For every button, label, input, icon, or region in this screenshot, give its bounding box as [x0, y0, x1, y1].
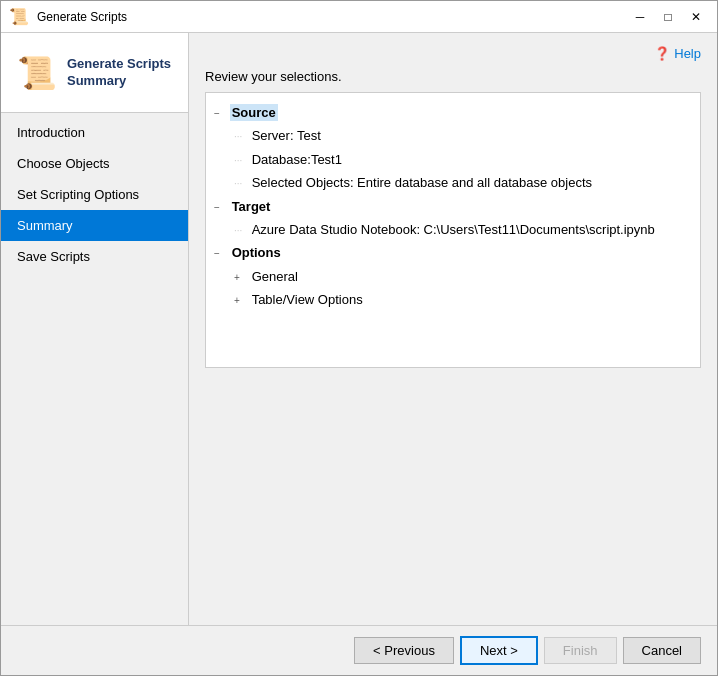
left-panel: 📜 Generate ScriptsSummary Introduction C… [1, 33, 189, 625]
selected-objects-toggle: ··· [234, 175, 246, 193]
nav-items: Introduction Choose Objects Set Scriptin… [1, 113, 188, 272]
title-bar-controls: ─ □ ✕ [627, 4, 709, 30]
finish-button: Finish [544, 637, 617, 664]
options-label: Options [230, 244, 283, 261]
target-toggle[interactable]: − [214, 199, 226, 217]
main-window: 📜 Generate Scripts ─ □ ✕ 📜 Generate Scri… [0, 0, 718, 676]
table-view-toggle[interactable]: + [234, 292, 246, 310]
options-toggle[interactable]: − [214, 245, 226, 263]
target-children: ··· Azure Data Studio Notebook: C:\Users… [234, 218, 692, 241]
right-panel-header: ❓ Help [189, 33, 717, 69]
title-bar: 📜 Generate Scripts ─ □ ✕ [1, 1, 717, 33]
sidebar-item-save-scripts[interactable]: Save Scripts [1, 241, 188, 272]
previous-button[interactable]: < Previous [354, 637, 454, 664]
sidebar-item-set-scripting-options[interactable]: Set Scripting Options [1, 179, 188, 210]
general-label: General [250, 268, 300, 285]
database-toggle: ··· [234, 152, 246, 170]
tree-node-selected-objects: ··· Selected Objects: Entire database an… [234, 171, 692, 194]
sidebar-item-introduction[interactable]: Introduction [1, 117, 188, 148]
left-panel-title: Generate ScriptsSummary [67, 56, 171, 90]
tree-node-target: − Target ··· Azure Data Studio Notebook:… [214, 195, 692, 242]
source-children: ··· Server: Test ··· Database:Test1 ··· … [234, 124, 692, 194]
left-panel-icon: 📜 [17, 54, 57, 92]
tree-node-database: ··· Database:Test1 [234, 148, 692, 171]
tree-container: − Source ··· Server: Test ··· Database:T… [205, 92, 701, 368]
window-icon: 📜 [9, 7, 29, 27]
tree-node-table-view-options: + Table/View Options [234, 288, 692, 311]
sidebar-item-choose-objects[interactable]: Choose Objects [1, 148, 188, 179]
tree-node-source: − Source ··· Server: Test ··· Database:T… [214, 101, 692, 195]
azure-notebook-toggle: ··· [234, 222, 246, 240]
table-view-label: Table/View Options [250, 291, 365, 308]
general-toggle[interactable]: + [234, 269, 246, 287]
tree-node-general: + General [234, 265, 692, 288]
tree-node-server: ··· Server: Test [234, 124, 692, 147]
content-area: 📜 Generate ScriptsSummary Introduction C… [1, 33, 717, 625]
help-link[interactable]: ❓ Help [654, 46, 701, 61]
review-label: Review your selections. [189, 69, 717, 92]
cancel-button[interactable]: Cancel [623, 637, 701, 664]
minimize-button[interactable]: ─ [627, 4, 653, 30]
help-label: Help [674, 46, 701, 61]
options-children: + General + Table/View Options [234, 265, 692, 312]
left-panel-header: 📜 Generate ScriptsSummary [1, 33, 188, 113]
azure-notebook-label: Azure Data Studio Notebook: C:\Users\Tes… [250, 221, 657, 238]
tree-node-azure-notebook: ··· Azure Data Studio Notebook: C:\Users… [234, 218, 692, 241]
tree-node-options: − Options + General + Table/View Options [214, 241, 692, 311]
server-toggle: ··· [234, 128, 246, 146]
selected-objects-label: Selected Objects: Entire database and al… [250, 174, 594, 191]
database-label: Database:Test1 [250, 151, 344, 168]
sidebar-item-summary[interactable]: Summary [1, 210, 188, 241]
target-label: Target [230, 198, 273, 215]
close-button[interactable]: ✕ [683, 4, 709, 30]
next-button[interactable]: Next > [460, 636, 538, 665]
right-panel: ❓ Help Review your selections. − Source … [189, 33, 717, 625]
maximize-button[interactable]: □ [655, 4, 681, 30]
spacer [189, 368, 717, 626]
window-title: Generate Scripts [37, 10, 627, 24]
source-toggle[interactable]: − [214, 105, 226, 123]
help-icon: ❓ [654, 46, 670, 61]
bottom-bar: < Previous Next > Finish Cancel [1, 625, 717, 675]
server-label: Server: Test [250, 127, 323, 144]
source-label: Source [230, 104, 278, 121]
